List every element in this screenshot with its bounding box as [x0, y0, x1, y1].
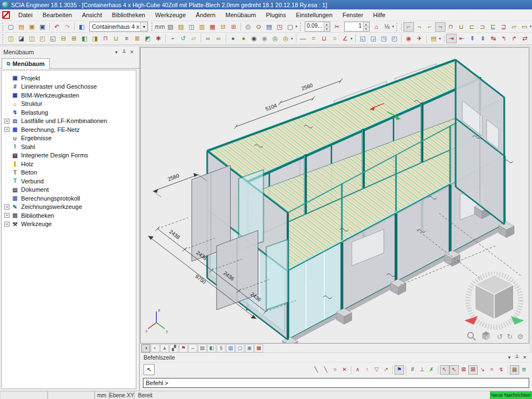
dropdown-arrow-icon[interactable]: ▾: [351, 37, 353, 41]
cursor-snap-icon[interactable]: ↖: [449, 365, 459, 375]
units-icon[interactable]: mm: [155, 22, 165, 32]
menu-tree-item[interactable]: + ▦ BIM-Werkzeugkasten: [2, 91, 136, 100]
member-icon[interactable]: ✱: [153, 34, 163, 43]
snap-direction-icon[interactable]: ↗: [381, 365, 391, 375]
scale-icon[interactable]: ⌂: [371, 22, 382, 32]
toolbar-grip[interactable]: [151, 23, 152, 31]
menu-item[interactable]: Bearbeiten: [38, 10, 77, 20]
snap-line-icon[interactable]: ╲: [311, 365, 321, 375]
folder-new-icon[interactable]: ▤: [428, 34, 439, 43]
rotate-cw-icon[interactable]: ↻: [507, 332, 513, 341]
line-icon[interactable]: —: [298, 34, 309, 43]
chevron-down-icon[interactable]: ▾: [505, 355, 513, 360]
snap-vertical-icon[interactable]: ↑: [362, 365, 372, 375]
menu-tree-item[interactable]: + T Verbund: [2, 177, 136, 186]
menu-tree-item[interactable]: + T Beton: [2, 168, 136, 177]
pin-icon[interactable]: ╨: [120, 49, 128, 55]
member-system-icon[interactable]: ¬: [435, 22, 446, 32]
beam-table-icon[interactable]: ⊟: [218, 22, 228, 32]
load-display-icon[interactable]: ▞: [170, 344, 178, 352]
menu-tree-item[interactable]: + ↯ Belastung: [2, 108, 136, 117]
copy-entity-icon[interactable]: ●: [238, 34, 249, 43]
chevron-down-icon[interactable]: ▾: [112, 49, 120, 55]
run-icon[interactable]: ↺: [178, 34, 188, 43]
menu-tree-item[interactable]: + ✎ Zeichnungswerkzeuge: [2, 203, 136, 212]
menu-tree-item[interactable]: + ▤ Dokument: [2, 186, 136, 195]
mesh-icon[interactable]: ▦: [207, 22, 218, 32]
section-display-icon[interactable]: §: [217, 344, 226, 352]
scale-spinner[interactable]: 0.09... ▲▼: [305, 22, 330, 32]
expand-plus-icon[interactable]: +: [4, 127, 9, 132]
member-icon[interactable]: ⊞: [69, 34, 79, 43]
menu-tree-item[interactable]: + ▤ Integrierte Design Forms: [2, 151, 136, 160]
paste-props-icon[interactable]: ▥: [197, 22, 207, 32]
member-icon[interactable]: ⊓: [100, 34, 111, 43]
snap-circle-icon[interactable]: ○: [330, 365, 340, 375]
new-messages-badge[interactable]: Neue Nachrichten: [490, 391, 532, 399]
cursor-snap-icon[interactable]: ↖: [440, 365, 449, 375]
member-system-icon[interactable]: ⌐: [424, 22, 435, 32]
toolbar-grip[interactable]: [396, 23, 397, 31]
active-project-combo[interactable]: Containerhaus 4 x I ▼: [89, 22, 148, 32]
member-icon[interactable]: ⊟: [58, 34, 69, 43]
model-viewport[interactable]: 2560 5104 2560 2438 2436 2436 2436 9750 …: [140, 47, 529, 344]
copy-props-icon[interactable]: ◫: [186, 22, 197, 32]
scia-menu-logo-icon[interactable]: [2, 11, 10, 19]
member-icon[interactable]: ≣: [132, 34, 142, 43]
print-view-icon[interactable]: ▣: [245, 344, 254, 352]
print-icon[interactable]: ⎙: [243, 22, 253, 32]
bind-icon[interactable]: ↹: [488, 34, 499, 43]
glasses2-icon[interactable]: ∞: [213, 34, 224, 43]
paste-icon[interactable]: ◲: [368, 34, 378, 43]
snap-delete-icon[interactable]: ✕: [340, 365, 349, 375]
save-icon[interactable]: ▣: [37, 22, 48, 32]
bind-icon[interactable]: ↱: [509, 34, 520, 43]
spinner-down-icon[interactable]: ▼: [324, 27, 330, 32]
menu-item[interactable]: Fenster: [337, 10, 368, 20]
document-view-icon[interactable]: ▢: [236, 344, 244, 352]
bind-icon[interactable]: ⇅: [530, 34, 532, 43]
menu-tree-item[interactable]: + I Stahl: [2, 142, 136, 151]
member-system-icon[interactable]: ⊓: [446, 22, 456, 32]
redo-icon[interactable]: ↷: [62, 22, 73, 32]
dropdown-arrow-icon[interactable]: ▾: [392, 24, 395, 29]
menu-tree-item[interactable]: + ⚒ Werkzeuge: [2, 220, 136, 229]
save-all-icon[interactable]: ▣: [27, 22, 37, 32]
snap-triangle-icon[interactable]: ▽: [372, 365, 381, 375]
bim-box2-icon[interactable]: ▨: [176, 22, 186, 32]
toolbar-grip[interactable]: [2, 34, 3, 43]
member-system-icon[interactable]: ⊏: [467, 22, 477, 32]
menu-tree-item[interactable]: + ▦ Berechnung, FE-Netz: [2, 125, 136, 134]
menu-item[interactable]: Datei: [13, 10, 38, 20]
member-system-icon[interactable]: ⌐: [403, 22, 414, 32]
member-system-icon[interactable]: ⊐: [477, 22, 488, 32]
model-display-icon[interactable]: ▤: [198, 344, 207, 352]
member-icon[interactable]: ◫: [27, 34, 37, 43]
bind-icon[interactable]: ⇥: [446, 34, 457, 43]
open-icon[interactable]: ▤: [16, 22, 27, 32]
paste-icon[interactable]: ◳: [378, 34, 389, 43]
menu-tree-item[interactable]: + # Linienraster und Geschosse: [2, 83, 136, 91]
table-view-icon[interactable]: ▥: [226, 344, 235, 352]
toolbar-grip[interactable]: [300, 23, 301, 31]
title-bar[interactable]: SCIA Engineer 18.1.3035 - [Containerhaus…: [0, 0, 532, 9]
snap-curve-icon[interactable]: ≈: [487, 365, 497, 375]
menu-tree-item[interactable]: + ∥ Holz: [2, 160, 136, 168]
snap-box-icon[interactable]: ⊠: [459, 365, 468, 375]
member-system-icon[interactable]: ⊒: [498, 22, 509, 32]
menu-item[interactable]: Einstellungen: [291, 10, 337, 20]
fly-icon[interactable]: ✈: [414, 34, 424, 43]
list-icon[interactable]: ≣: [519, 365, 529, 375]
text-scale-icon[interactable]: ⇔: [188, 344, 197, 352]
member-icon[interactable]: ≡: [121, 34, 132, 43]
member-icon[interactable]: ◰: [37, 34, 48, 43]
cube-view-icon[interactable]: [482, 331, 490, 340]
precision-icon[interactable]: ⅛: [382, 22, 392, 32]
workspace-icon[interactable]: ◧: [76, 22, 87, 32]
bind-icon[interactable]: ↰: [499, 34, 509, 43]
u-profile-icon[interactable]: ⊔: [319, 34, 330, 43]
member-system-icon[interactable]: ⊔: [456, 22, 467, 32]
measure-grid-icon[interactable]: ▦: [510, 365, 519, 375]
tab-menubaum[interactable]: ⧉ Menübaum: [2, 58, 50, 69]
snap-flag-icon[interactable]: ⚑: [395, 365, 404, 375]
